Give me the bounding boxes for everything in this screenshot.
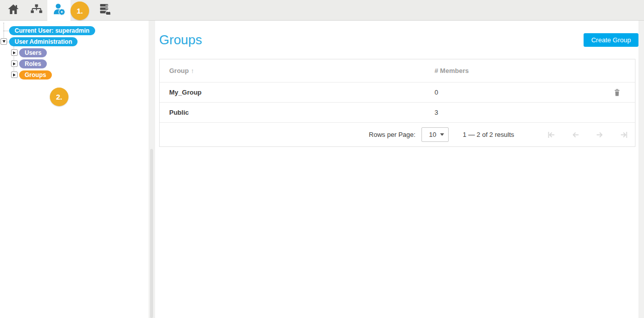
trash-icon: [613, 91, 621, 98]
home-icon: [7, 3, 20, 18]
table-pagination-bar: Rows per Page: 10 1 — 2 of 2 results: [160, 123, 635, 146]
user-admin-icon: [52, 2, 66, 19]
members-column-label: # Members: [435, 67, 469, 74]
column-header-members[interactable]: # Members: [435, 67, 600, 74]
chevron-right-icon: [13, 62, 16, 65]
sidebar-scrollbar-track[interactable]: [149, 21, 155, 318]
page-title: Groups: [159, 32, 202, 48]
page-header: Groups Create Group: [159, 32, 638, 48]
last-page-icon: [619, 134, 629, 141]
chevron-right-icon: [13, 51, 16, 54]
expander-user-administration[interactable]: [1, 38, 7, 45]
nav-hierarchy-button[interactable]: [25, 0, 47, 20]
annotation-step-2-label: 2.: [56, 93, 62, 101]
annotation-step-1: 1.: [70, 2, 89, 20]
user-administration-label: User Administration: [15, 38, 72, 45]
group-name-cell: My_Group: [160, 89, 435, 96]
current-user-label: Current User: superadmin: [15, 27, 90, 34]
tree-node-user-administration[interactable]: User Administration: [9, 37, 78, 46]
table-row[interactable]: My_Group 0: [160, 83, 635, 103]
next-page-button[interactable]: [595, 130, 605, 140]
annotation-step-1-label: 1.: [77, 7, 83, 15]
expander-roles[interactable]: [11, 60, 18, 67]
members-count-cell: 0: [435, 89, 600, 96]
results-range-text: 1 — 2 of 2 results: [463, 131, 514, 138]
groups-label: Groups: [25, 71, 46, 78]
next-page-icon: [595, 134, 605, 141]
column-header-group[interactable]: Group↑: [160, 67, 435, 74]
hierarchy-icon: [30, 3, 43, 18]
page-scrollbar-track[interactable]: [638, 21, 644, 318]
expander-users[interactable]: [11, 49, 18, 56]
roles-label: Roles: [25, 60, 41, 67]
group-name-cell: Public: [160, 109, 435, 116]
caret-down-icon: [440, 133, 444, 136]
nav-home-button[interactable]: [2, 0, 24, 20]
rows-per-page-select[interactable]: 10: [421, 127, 449, 142]
top-toolbar: 1.: [0, 0, 644, 21]
sidebar-scrollbar-thumb[interactable]: [150, 149, 153, 318]
annotation-step-2: 2.: [50, 88, 68, 106]
tree-node-groups[interactable]: Groups: [19, 70, 52, 80]
groups-table: Group↑ # Members My_Group 0: [159, 59, 635, 147]
prev-page-button[interactable]: [570, 130, 581, 140]
first-page-button[interactable]: [546, 130, 556, 140]
prev-page-icon: [570, 134, 581, 141]
expander-groups[interactable]: [11, 71, 18, 78]
group-column-label: Group: [169, 67, 189, 74]
table-row[interactable]: Public 3: [160, 103, 635, 123]
pager-controls: [532, 130, 629, 140]
servers-cloud-icon: [98, 3, 111, 18]
chevron-right-icon: [13, 73, 16, 76]
tree-node-users[interactable]: Users: [19, 48, 47, 57]
rows-per-page-label: Rows per Page:: [369, 131, 416, 138]
create-group-button[interactable]: Create Group: [584, 33, 638, 47]
nav-servers-button[interactable]: [94, 0, 116, 20]
nav-user-admin-button[interactable]: [47, 0, 70, 21]
members-count-cell: 3: [435, 109, 600, 116]
delete-group-button[interactable]: [613, 89, 621, 97]
last-page-button[interactable]: [619, 130, 629, 140]
tree-node-roles[interactable]: Roles: [19, 59, 47, 68]
tree-node-current-user[interactable]: Current User: superadmin: [9, 26, 95, 35]
first-page-icon: [546, 134, 556, 141]
table-header-row: Group↑ # Members: [160, 59, 635, 83]
main-content: Groups Create Group Group↑ # Members My_…: [155, 21, 638, 318]
rows-per-page-value: 10: [429, 131, 436, 138]
users-label: Users: [25, 49, 41, 56]
sidebar-tree: Current User: superadmin User Administra…: [0, 21, 149, 318]
chevron-down-icon: [3, 40, 6, 43]
sort-ascending-icon: ↑: [191, 67, 194, 74]
